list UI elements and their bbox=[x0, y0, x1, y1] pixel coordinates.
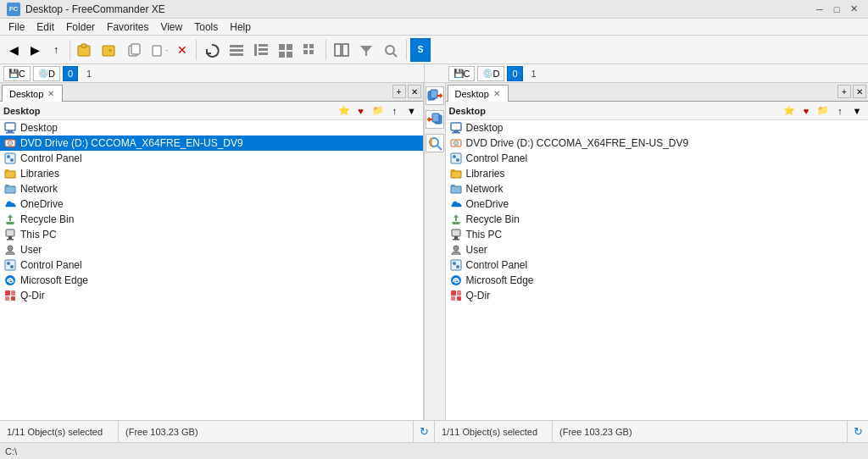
svg-point-41 bbox=[7, 262, 10, 265]
svg-point-70 bbox=[456, 265, 459, 268]
menu-tools[interactable]: Tools bbox=[189, 19, 223, 35]
list-item[interactable]: Libraries bbox=[446, 166, 869, 181]
right-drive-c[interactable]: 💾 C bbox=[448, 66, 476, 81]
menu-edit[interactable]: Edit bbox=[31, 19, 59, 35]
forward-button[interactable]: ▶ bbox=[25, 38, 45, 62]
left-fav-btn[interactable]: ⭐ bbox=[337, 103, 352, 119]
svg-rect-16 bbox=[287, 44, 292, 50]
menu-file[interactable]: File bbox=[3, 19, 30, 35]
file-name-label: Control Panel bbox=[20, 152, 82, 164]
left-heart-btn[interactable]: ♥ bbox=[353, 103, 369, 119]
copy-right-button[interactable] bbox=[426, 86, 444, 105]
panel-button[interactable] bbox=[330, 38, 353, 62]
right-tab-desktop[interactable]: Desktop ✕ bbox=[448, 85, 509, 102]
main-toolbar: ◀ ▶ ↑ + → ✕ bbox=[0, 36, 868, 64]
list-item[interactable]: OneDrive bbox=[446, 196, 869, 212]
list-item[interactable]: Control Panel bbox=[446, 257, 869, 273]
svg-rect-36 bbox=[6, 230, 14, 236]
list-item[interactable]: Control Panel bbox=[0, 151, 423, 166]
menu-folder[interactable]: Folder bbox=[61, 19, 100, 35]
copy-button[interactable] bbox=[123, 38, 147, 62]
list-item[interactable]: DVD Drive (D:) CCCOMA_X64FRE_EN-US_DV9 bbox=[446, 135, 869, 151]
right-close-panel[interactable]: ✕ bbox=[853, 85, 866, 98]
left-drive-d[interactable]: 💿 D bbox=[33, 66, 60, 81]
list-item[interactable]: This PC bbox=[446, 227, 869, 242]
list-item[interactable]: User bbox=[0, 242, 423, 257]
list-view-button[interactable] bbox=[225, 38, 248, 62]
new-folder-button[interactable]: + bbox=[98, 38, 122, 62]
toolbar-sep-1 bbox=[70, 40, 70, 60]
list-item[interactable]: DVD Drive (D:) CCCOMA_X64FRE_EN-US_DV9 bbox=[0, 135, 423, 151]
right-folder-btn[interactable]: 📁 bbox=[815, 103, 831, 119]
open-button[interactable] bbox=[74, 38, 97, 62]
list-item[interactable]: Recycle Bin bbox=[0, 212, 423, 227]
right-fav-btn[interactable]: ⭐ bbox=[782, 103, 797, 119]
left-new-tab[interactable]: + bbox=[392, 85, 406, 98]
right-file-list[interactable]: DesktopDVD Drive (D:) CCCOMA_X64FRE_EN-U… bbox=[446, 120, 869, 420]
left-path-label: Desktop bbox=[3, 106, 335, 116]
search-toolbar-button[interactable] bbox=[379, 38, 403, 62]
right-tab-close[interactable]: ✕ bbox=[492, 89, 501, 98]
file-type-icon bbox=[449, 182, 463, 196]
left-tab-close[interactable]: ✕ bbox=[47, 89, 55, 98]
list-item[interactable]: OneDrive bbox=[0, 196, 423, 212]
close-button[interactable]: ✕ bbox=[846, 2, 861, 17]
left-close-panel[interactable]: ✕ bbox=[408, 85, 421, 98]
right-drive-0[interactable]: 0 bbox=[507, 66, 522, 81]
menu-favorites[interactable]: Favorites bbox=[102, 19, 153, 35]
list-item[interactable]: Desktop bbox=[446, 120, 869, 135]
right-new-tab[interactable]: + bbox=[837, 85, 851, 98]
left-more-btn[interactable]: ▼ bbox=[404, 103, 420, 119]
favorites-button[interactable]: S bbox=[410, 38, 431, 62]
minimize-button[interactable]: ─ bbox=[812, 2, 827, 17]
list-item[interactable]: Q-Dir bbox=[0, 288, 423, 303]
maximize-button[interactable]: □ bbox=[829, 2, 844, 17]
list-item[interactable]: Network bbox=[0, 181, 423, 196]
list-item[interactable]: Control Panel bbox=[446, 151, 869, 166]
copy-left-button[interactable] bbox=[426, 110, 444, 129]
refresh-button[interactable] bbox=[200, 38, 224, 62]
list-item[interactable]: Microsoft Edge bbox=[0, 273, 423, 288]
menu-help[interactable]: Help bbox=[225, 19, 256, 35]
list-item[interactable]: Libraries bbox=[0, 166, 423, 181]
menu-view[interactable]: View bbox=[155, 19, 187, 35]
right-more-btn[interactable]: ▼ bbox=[849, 103, 865, 119]
left-tab-desktop[interactable]: Desktop ✕ bbox=[2, 85, 63, 102]
right-drive-d[interactable]: 💿 D bbox=[477, 66, 504, 81]
right-up-btn[interactable]: ↑ bbox=[832, 103, 848, 119]
large-icons-button[interactable] bbox=[298, 38, 322, 62]
title-controls: ─ □ ✕ bbox=[812, 2, 861, 17]
detail-view-button[interactable] bbox=[249, 38, 273, 62]
left-file-list[interactable]: DesktopDVD Drive (D:) CCCOMA_X64FRE_EN-U… bbox=[0, 120, 423, 420]
right-status-refresh[interactable]: ↻ bbox=[848, 422, 868, 442]
delete-button[interactable]: ✕ bbox=[172, 38, 192, 62]
file-type-icon bbox=[3, 243, 17, 257]
file-name-label: User bbox=[20, 244, 42, 256]
right-heart-btn[interactable]: ♥ bbox=[798, 103, 814, 119]
list-item[interactable]: This PC bbox=[0, 227, 423, 242]
list-item[interactable]: User bbox=[446, 242, 869, 257]
svg-rect-1 bbox=[81, 44, 86, 47]
list-item[interactable]: Control Panel bbox=[0, 257, 423, 273]
list-item[interactable]: Desktop bbox=[0, 120, 423, 135]
file-name-label: Libraries bbox=[466, 168, 505, 180]
svg-point-35 bbox=[10, 158, 14, 162]
left-folder-btn[interactable]: 📁 bbox=[370, 103, 386, 119]
left-drive-c[interactable]: 💾 C bbox=[3, 66, 31, 81]
right-drive-c-icon: 💾 bbox=[453, 69, 464, 78]
up-button[interactable]: ↑ bbox=[46, 38, 66, 62]
search-button[interactable] bbox=[426, 134, 444, 152]
list-item[interactable]: Network bbox=[446, 181, 869, 196]
svg-point-42 bbox=[10, 265, 14, 268]
move-button[interactable]: → bbox=[147, 38, 171, 62]
drive-d-icon: 💿 bbox=[38, 69, 48, 78]
back-button[interactable]: ◀ bbox=[3, 38, 24, 62]
list-item[interactable]: Q-Dir bbox=[446, 288, 869, 303]
list-item[interactable]: Recycle Bin bbox=[446, 212, 869, 227]
list-item[interactable]: Microsoft Edge bbox=[446, 273, 869, 288]
left-drive-0[interactable]: 0 bbox=[63, 66, 78, 81]
grid-view-button[interactable] bbox=[274, 38, 298, 62]
left-up-btn[interactable]: ↑ bbox=[387, 103, 403, 119]
left-status-refresh[interactable]: ↻ bbox=[414, 422, 434, 442]
filter-button[interactable] bbox=[354, 38, 378, 62]
